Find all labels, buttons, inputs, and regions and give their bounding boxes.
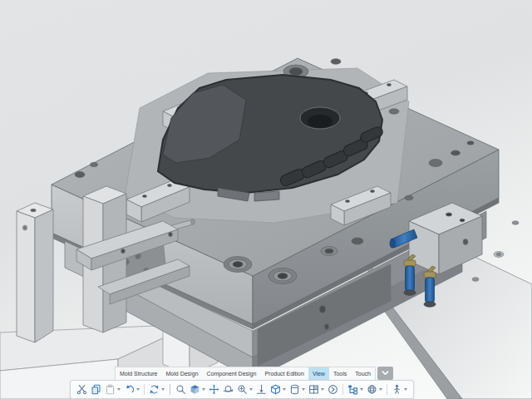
orbit-icon (223, 384, 234, 395)
viewport-3d[interactable] (0, 0, 532, 399)
cut-button[interactable] (75, 384, 89, 395)
tab-mold-structure[interactable]: Mold Structure (116, 367, 162, 381)
view-cube-dropdown-arrow[interactable] (202, 388, 205, 391)
sync-button[interactable] (147, 384, 166, 395)
normal-to-button[interactable] (254, 384, 268, 395)
more-button[interactable] (326, 384, 340, 395)
structure-tree-icon (347, 384, 358, 395)
tab-product-edition[interactable]: Product Edition (260, 367, 308, 381)
window-layout-button[interactable] (307, 384, 326, 395)
toolbar-separator (170, 384, 170, 395)
paste-icon (105, 384, 116, 395)
paste-button[interactable] (103, 384, 122, 395)
undo-dropdown-arrow[interactable] (136, 388, 140, 391)
view-cube-button[interactable] (188, 384, 207, 395)
window-layout-icon (308, 384, 319, 395)
tab-view[interactable]: View (308, 367, 329, 381)
more-icon (328, 384, 338, 395)
zoom-fit-icon (175, 384, 186, 395)
copy-icon (91, 384, 101, 395)
global-view-button[interactable] (365, 384, 384, 395)
ribbon-overflow-button[interactable] (377, 367, 393, 380)
tab-touch[interactable]: Touch (351, 367, 375, 381)
toolbar-separator (387, 384, 387, 395)
ribbon-tabs: Mold StructureMold DesignComponent Desig… (115, 367, 376, 381)
window-layout-dropdown-arrow[interactable] (321, 388, 324, 391)
tab-tools[interactable]: Tools (329, 367, 351, 381)
manikin-dropdown-arrow[interactable] (404, 388, 407, 391)
toolbar-separator (342, 384, 343, 395)
structure-tree-button[interactable] (346, 384, 365, 395)
paste-dropdown-arrow[interactable] (117, 388, 121, 391)
ribbon-bar: Mold StructureMold DesignComponent Desig… (115, 367, 393, 381)
quick-access-toolbar (70, 380, 414, 399)
pan-icon (209, 384, 219, 395)
viewport-3d-scene[interactable] (0, 0, 532, 399)
normal-to-icon (256, 384, 267, 395)
manikin-button[interactable] (390, 384, 409, 395)
undo-button[interactable] (122, 384, 141, 395)
cut-icon (76, 384, 87, 395)
global-view-icon (367, 384, 377, 395)
iso-view-dropdown-arrow[interactable] (283, 388, 286, 391)
application-window: Mold StructureMold DesignComponent Desig… (0, 0, 532, 399)
zoom-in-icon (237, 384, 248, 395)
orbit-button[interactable] (221, 384, 235, 395)
chevron-down-icon (381, 366, 390, 381)
copy-button[interactable] (89, 384, 103, 395)
zoom-fit-button[interactable] (174, 384, 188, 395)
global-view-dropdown-arrow[interactable] (379, 388, 382, 391)
zoom-in-dropdown-arrow[interactable] (249, 388, 253, 391)
iso-view-button[interactable] (268, 384, 288, 395)
structure-tree-dropdown-arrow[interactable] (360, 388, 363, 391)
undo-icon (124, 384, 135, 395)
display-style-icon (289, 384, 300, 395)
pan-button[interactable] (207, 384, 221, 395)
display-style-button[interactable] (288, 384, 307, 395)
sync-dropdown-arrow[interactable] (161, 388, 165, 391)
toolbar-separator (144, 384, 145, 395)
manikin-icon (392, 384, 402, 395)
tab-component-design[interactable]: Component Design (202, 367, 260, 381)
tab-mold-design[interactable]: Mold Design (162, 367, 203, 381)
view-cube-icon (190, 384, 200, 395)
display-style-dropdown-arrow[interactable] (302, 388, 305, 391)
zoom-in-button[interactable] (235, 384, 254, 395)
iso-view-icon (270, 384, 281, 395)
sync-icon (149, 384, 160, 395)
